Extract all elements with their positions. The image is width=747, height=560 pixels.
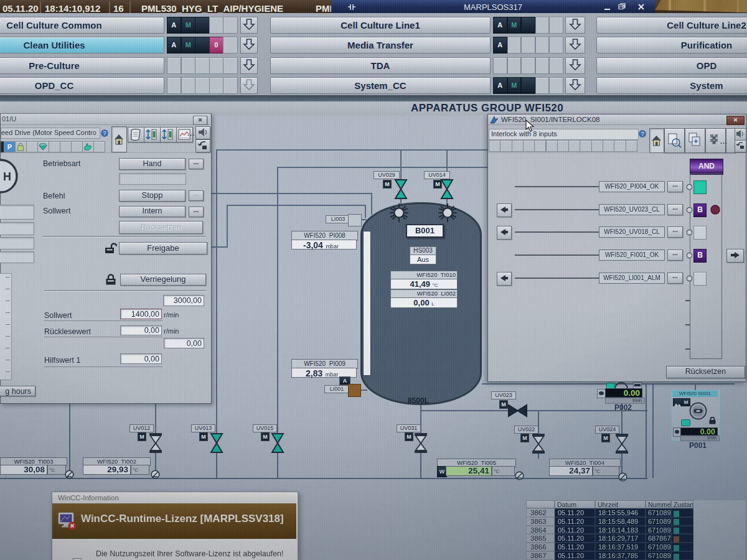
svg-text:?: ? [103,130,106,136]
svg-text:H: H [3,170,11,183]
svg-text:?: ? [641,131,644,137]
